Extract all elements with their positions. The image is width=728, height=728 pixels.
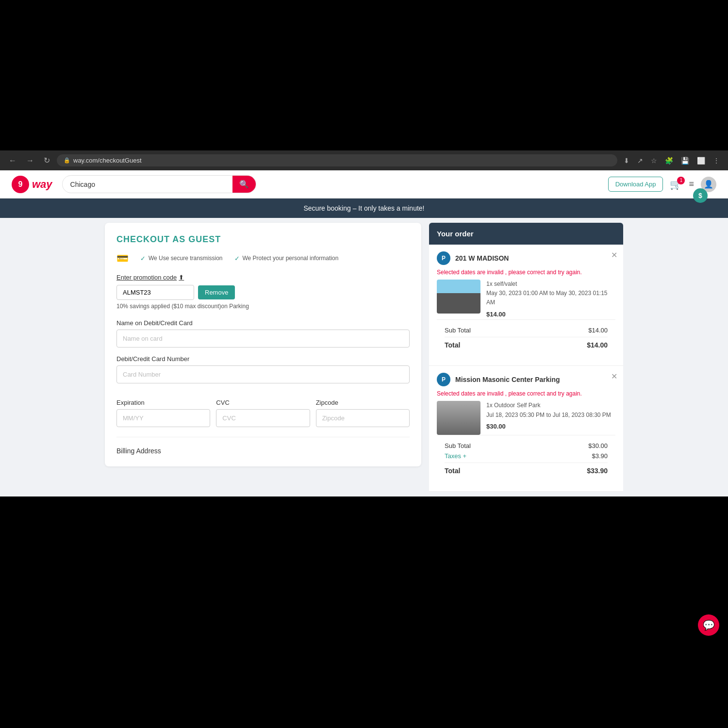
taxes-row: Taxes + $3.90: [445, 452, 608, 460]
main-layout: CHECKOUT AS GUEST 💳 ✓ We Use secure tran…: [97, 218, 631, 496]
more-icon[interactable]: ⋮: [711, 156, 722, 165]
order-item-1-totals: Sub Total $14.00 Total $14.00: [437, 319, 615, 359]
parking-icon-2: P: [437, 373, 450, 386]
name-input[interactable]: [116, 330, 410, 347]
badge-1-text: We Use secure transmission: [149, 255, 223, 262]
order-item-1-price: $14.00: [486, 310, 615, 320]
card-label: Debit/Credit Card Number: [116, 355, 410, 363]
logo[interactable]: 9 way: [12, 176, 52, 193]
secure-banner-text: Secure booking – It only takes a minute!: [303, 204, 424, 212]
close-item-1-button[interactable]: ✕: [611, 250, 617, 260]
refresh-button[interactable]: ↻: [41, 155, 53, 166]
order-item-2-details: 1x Outdoor Self Park Jul 18, 2023 05:30 …: [486, 401, 615, 435]
order-item-1-details: 1x self/valet May 30, 2023 01:00 AM to M…: [486, 280, 615, 319]
promo-success-text: 10% savings applied ($10 max discount)on…: [116, 303, 410, 310]
download-icon[interactable]: ⬇: [621, 156, 632, 165]
coin-badge: $: [693, 188, 708, 203]
order-item-2-header: P Mission Masonic Center Parking ✕: [437, 373, 615, 386]
check-icon-1: ✓: [140, 255, 146, 262]
order-item-1-name: 201 W MADISON: [455, 254, 615, 262]
site-header: 9 way 🔍 Download App 🛒 1 ≡ 👤: [0, 170, 728, 199]
order-item-1-detail1: 1x self/valet: [486, 280, 615, 289]
expiry-input[interactable]: [116, 409, 210, 427]
total-2-row: Total $33.90: [445, 463, 608, 475]
billing-label: Billing Address: [116, 447, 410, 455]
lock-icon: 🔒: [64, 157, 70, 164]
cvc-label: CVC: [216, 399, 310, 406]
cvc-field: CVC: [216, 391, 310, 427]
taxes-value: $3.90: [592, 452, 608, 460]
building-2-placeholder: [437, 401, 480, 435]
search-bar: 🔍: [62, 175, 256, 193]
order-item-2-detail1: 1x Outdoor Self Park: [486, 401, 615, 410]
promo-toggle-icon: ⬆: [179, 274, 184, 281]
parking-icon-1: P: [437, 251, 450, 265]
browser-chrome: ← → ↻ 🔒 way.com/checkoutGuest ⬇ ↗ ☆ 🧩 💾 …: [0, 150, 728, 170]
order-item-1-body: 1x self/valet May 30, 2023 01:00 AM to M…: [437, 280, 615, 319]
browser-icons: ⬇ ↗ ☆ 🧩 💾 ⬜ ⋮: [621, 156, 722, 165]
download-app-button[interactable]: Download App: [608, 177, 663, 192]
address-bar[interactable]: 🔒 way.com/checkoutGuest: [57, 154, 617, 166]
order-item-2-detail2: Jul 18, 2023 05:30 PM to Jul 18, 2023 08…: [486, 411, 615, 420]
star-icon[interactable]: ☆: [648, 156, 660, 165]
security-icon: 💳: [116, 252, 129, 264]
order-item-1-detail2: May 30, 2023 01:00 AM to May 30, 2023 01…: [486, 289, 615, 307]
subtotal-1-value: $14.00: [588, 327, 608, 334]
promo-input-row: Remove: [116, 285, 410, 300]
name-label: Name on Debit/Credit Card: [116, 319, 410, 327]
total-1-row: Total $14.00: [445, 337, 608, 349]
subtotal-1-label: Sub Total: [445, 327, 471, 334]
search-button[interactable]: 🔍: [232, 176, 256, 193]
expiry-label: Expiration: [116, 399, 210, 406]
zip-input[interactable]: [316, 409, 410, 427]
promo-input[interactable]: [116, 285, 194, 300]
card-details-row: Expiration CVC Zipcode: [116, 391, 410, 427]
building-1-placeholder: [437, 280, 480, 314]
forward-button[interactable]: →: [23, 155, 37, 166]
logo-text: way: [32, 178, 52, 191]
extension-icon[interactable]: 🧩: [662, 156, 676, 165]
security-badge-1: ✓ We Use secure transmission: [140, 252, 223, 264]
page-wrapper: 9 way 🔍 Download App 🛒 1 ≡ 👤 Secure book…: [0, 170, 728, 496]
cart-button[interactable]: 🛒 1: [670, 179, 682, 190]
save-icon[interactable]: 💾: [678, 156, 692, 165]
divider: [116, 437, 410, 437]
total-2-label: Total: [445, 467, 460, 475]
secure-banner: Secure booking – It only takes a minute!: [0, 199, 728, 218]
back-button[interactable]: ←: [6, 155, 19, 166]
remove-promo-button[interactable]: Remove: [198, 285, 235, 299]
cart-badge: 1: [677, 177, 685, 184]
order-item-2-error: Selected dates are invalid , please corr…: [437, 390, 615, 397]
taxes-label[interactable]: Taxes +: [445, 452, 466, 460]
cvc-input[interactable]: [216, 409, 310, 427]
order-item-1-header: P 201 W MADISON ✕: [437, 251, 615, 265]
checkout-title: CHECKOUT AS GUEST: [116, 234, 410, 245]
order-item-2: P Mission Masonic Center Parking ✕ Selec…: [429, 366, 623, 492]
close-item-2-button[interactable]: ✕: [611, 372, 617, 381]
order-item-1-error: Selected dates are invalid , please corr…: [437, 269, 615, 276]
share-icon[interactable]: ↗: [635, 156, 645, 165]
logo-icon: 9: [12, 176, 29, 193]
menu-button[interactable]: ≡: [689, 179, 694, 189]
zip-label: Zipcode: [316, 399, 410, 406]
order-panel: Your order P 201 W MADISON ✕ Selected da…: [429, 223, 623, 492]
total-1-label: Total: [445, 341, 460, 349]
search-input[interactable]: [63, 177, 232, 192]
order-item-1: P 201 W MADISON ✕ Selected dates are inv…: [429, 245, 623, 366]
expiry-field: Expiration: [116, 391, 210, 427]
promo-section: Enter promotion code ⬆ Remove 10% saving…: [116, 274, 410, 310]
zip-field: Zipcode: [316, 391, 410, 427]
split-icon[interactable]: ⬜: [695, 156, 708, 165]
order-header: Your order: [429, 223, 623, 245]
promo-label[interactable]: Enter promotion code ⬆: [116, 274, 410, 281]
total-2-value: $33.90: [587, 467, 608, 475]
subtotal-2-row: Sub Total $30.00: [445, 442, 608, 449]
subtotal-1-row: Sub Total $14.00: [445, 327, 608, 334]
subtotal-2-value: $30.00: [588, 442, 608, 449]
card-number-input[interactable]: [116, 365, 410, 383]
order-item-2-body: 1x Outdoor Self Park Jul 18, 2023 05:30 …: [437, 401, 615, 435]
total-1-value: $14.00: [587, 341, 608, 349]
security-badges: 💳 ✓ We Use secure transmission ✓ We Prot…: [116, 252, 410, 264]
order-item-1-image: [437, 280, 480, 314]
order-item-2-name: Mission Masonic Center Parking: [455, 376, 615, 383]
